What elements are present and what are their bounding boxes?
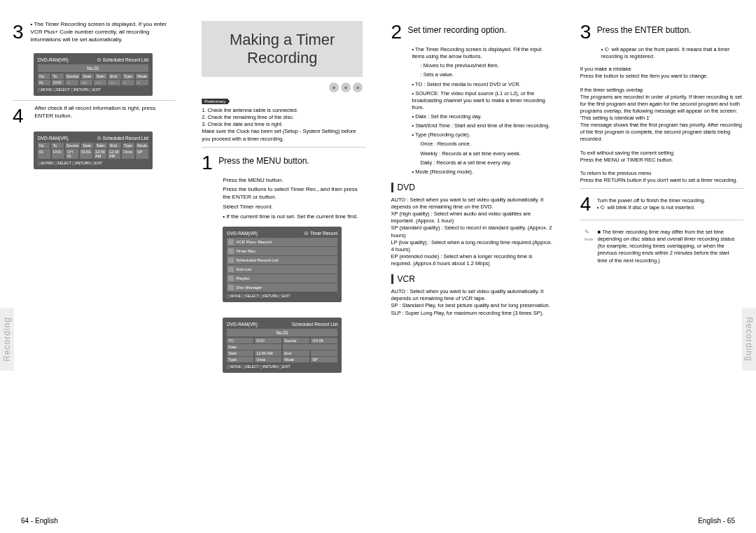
mistake-head: If you make a mistake <box>580 66 743 73</box>
section-banner: Making a Timer Recording <box>202 21 363 77</box>
menu-icon <box>228 239 234 245</box>
vcr-body: AUTO : Select when you want to set video… <box>391 288 554 317</box>
page-footer-left: 64 - English <box>21 517 58 525</box>
step-body: Press the MENU button. Press the buttons… <box>202 177 365 221</box>
ui-scheduled-list-1: DVD-RAM(VR)⏲ Scheduled Record List No.01… <box>34 53 153 96</box>
column-3: 2 Set timer recording option. • The Time… <box>378 0 567 533</box>
step-title: Set timer recording option. <box>408 21 507 35</box>
side-tab-right: Recording <box>742 308 756 371</box>
step-number: 3 <box>13 21 24 43</box>
pencil-icon: ✎ <box>584 229 594 236</box>
step-4: 4 After check if all record information … <box>13 105 176 127</box>
overlap-section: If the timer settings overlap The progra… <box>580 87 743 143</box>
step-title: Press the MENU button. <box>218 152 309 166</box>
step-3: 3 • The Timer Recording screen is displa… <box>13 21 176 49</box>
column-4: Recording 3 Press the ENTER button. • ⏲ … <box>567 0 756 533</box>
step-body: Turn the power off to finish the timer r… <box>597 193 706 211</box>
step-number: 2 <box>391 21 408 43</box>
step-3-right: 3 Press the ENTER button. <box>580 21 743 43</box>
badge-icon: ⊚ <box>341 83 351 92</box>
return-section: To return to the previous menu Press the… <box>580 170 743 184</box>
ui-scheduled-form: DVD-RAM(VR)Scheduled Record List No.01 T… <box>223 318 342 373</box>
preliminary-badge: Preliminary <box>202 99 230 104</box>
mistake-body: Press the button to select the item you … <box>580 73 743 80</box>
step-body: • The Timer Recording screen is displaye… <box>24 21 176 43</box>
divider <box>580 220 743 220</box>
step-number: 4 <box>580 193 597 215</box>
overlap-body2: The message shows that the first program… <box>580 122 743 143</box>
side-tab-left: Recording <box>0 308 14 371</box>
step-body: • The Timer Recording screen is displaye… <box>391 46 554 176</box>
step-number: 4 <box>13 105 27 127</box>
badge-icon: ⊚ <box>329 83 339 92</box>
note-box: ✎ Note ■ The timer recording time may di… <box>580 225 743 269</box>
step-title: Press the ENTER button. <box>597 21 692 35</box>
mistake-section: If you make a mistake Press the button t… <box>580 66 743 80</box>
note-icon-col: ✎ Note <box>584 229 594 264</box>
ui-scheduled-list-2: DVD-RAM(VR)⏲ Scheduled Record List No To… <box>34 132 153 169</box>
note-label: Note <box>584 236 594 242</box>
disc-badges: ⊚ ⊚ ⊚ <box>202 83 363 92</box>
step-1: 1 Press the MENU button. <box>202 152 365 174</box>
menu-icon <box>228 276 234 281</box>
overlap-head: If the timer settings overlap <box>580 87 743 94</box>
side-tab-label: Recording <box>744 317 754 362</box>
exit-head: To exit without saving the current setti… <box>580 150 743 157</box>
step-number: 3 <box>580 21 597 43</box>
exit-section: To exit without saving the current setti… <box>580 150 743 164</box>
dvd-body: AUTO : Select when you want to set video… <box>391 197 554 267</box>
note-text: ■ The timer recording time may differ fr… <box>597 229 739 264</box>
menu-icon <box>228 285 234 290</box>
return-head: To return to the previous menu <box>580 170 743 177</box>
step-body: • ⏲ will appear on the front panel. It m… <box>580 46 743 60</box>
column-2: Making a Timer Recording ⊚ ⊚ ⊚ Prelimina… <box>188 0 377 533</box>
preliminary-body: 1. Check the antenna cable is connected.… <box>202 107 365 143</box>
step-body: After check if all record information is… <box>27 105 176 120</box>
divider <box>202 147 365 148</box>
page-footer-right: English - 65 <box>698 517 735 525</box>
step-number: 1 <box>202 152 218 174</box>
exit-body: Press the MENU or TIMER REC button. <box>580 157 743 164</box>
ui-timer-record-menu: DVD-RAM(VR)⏲ Timer Record VCR Plus+ Reco… <box>223 227 342 302</box>
left-page: Recording 3 • The Timer Recording screen… <box>0 0 188 533</box>
manual-spread: Recording 3 • The Timer Recording screen… <box>0 0 756 533</box>
overlap-body: The programs are recorded in order of pr… <box>580 94 743 122</box>
divider <box>580 188 743 189</box>
divider <box>13 100 176 101</box>
vcr-heading: VCR <box>391 274 554 284</box>
menu-icon <box>228 266 234 272</box>
badge-icon: ⊚ <box>353 83 363 92</box>
step-2: 2 Set timer recording option. <box>391 21 554 43</box>
dvd-heading: DVD <box>391 183 554 192</box>
menu-icon <box>228 248 234 254</box>
side-tab-label: Recording <box>2 317 12 362</box>
menu-icon <box>228 257 234 263</box>
step-4-right: 4 Turn the power off to finish the timer… <box>580 193 743 215</box>
return-body: Press the RETURN button if you don't wan… <box>580 177 743 184</box>
